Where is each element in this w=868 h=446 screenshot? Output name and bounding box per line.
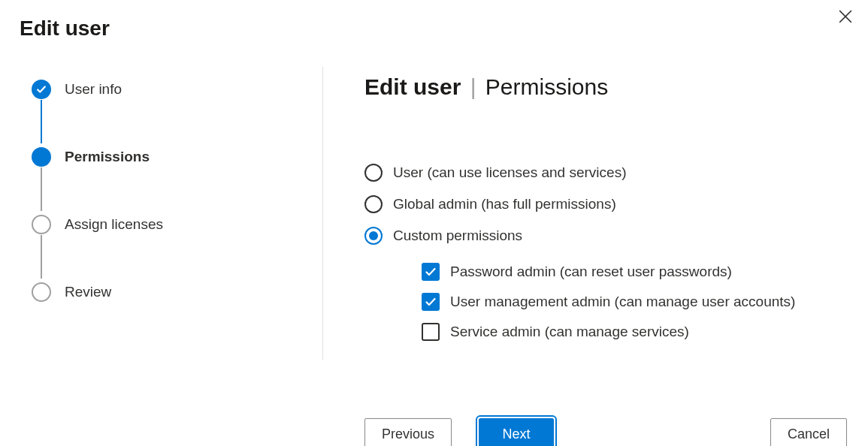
wizard-button-bar: Previous Next Cancel	[364, 418, 847, 446]
close-icon[interactable]	[836, 8, 854, 26]
radio-icon	[364, 227, 383, 245]
checkbox-label: Service admin (can manage services)	[450, 324, 689, 340]
modal-title: Edit user	[0, 0, 868, 41]
radio-option-user[interactable]: User (can use licenses and services)	[364, 164, 868, 182]
checkbox-icon	[422, 263, 440, 281]
step-user-info[interactable]: User info	[32, 77, 322, 101]
page-heading: Edit user | Permissions	[364, 74, 868, 100]
step-label: User info	[65, 81, 122, 98]
cancel-button[interactable]: Cancel	[770, 418, 847, 446]
radio-label: User (can use licenses and services)	[393, 164, 626, 181]
step-connector	[41, 235, 42, 279]
wizard-stepper: User info Permissions Assign licenses Re…	[0, 67, 323, 360]
page-heading-suffix: Permissions	[485, 74, 608, 99]
checkbox-service-admin[interactable]: Service admin (can manage services)	[422, 323, 868, 341]
step-connector	[41, 167, 42, 211]
radio-label: Custom permissions	[393, 228, 522, 244]
radio-icon	[364, 164, 383, 182]
step-indicator-upcoming	[32, 282, 51, 302]
next-button[interactable]: Next	[479, 418, 554, 446]
step-review[interactable]: Review	[32, 280, 322, 304]
previous-button[interactable]: Previous	[364, 418, 452, 446]
checkbox-icon	[422, 323, 440, 341]
step-indicator-current	[32, 147, 51, 167]
checkbox-label: Password admin (can reset user passwords…	[450, 264, 732, 280]
radio-label: Global admin (has full permissions)	[393, 196, 616, 212]
step-indicator-completed	[32, 80, 51, 99]
page-heading-prefix: Edit user	[364, 74, 461, 99]
radio-option-custom[interactable]: Custom permissions	[364, 227, 868, 245]
step-label: Permissions	[65, 149, 150, 165]
checkbox-label: User management admin (can manage user a…	[450, 294, 795, 310]
main-pane: Edit user | Permissions User (can use li…	[323, 67, 868, 420]
permission-radio-group: User (can use licenses and services) Glo…	[364, 164, 868, 341]
radio-option-global-admin[interactable]: Global admin (has full permissions)	[364, 195, 868, 213]
step-permissions[interactable]: Permissions	[32, 145, 322, 169]
step-label: Review	[65, 284, 111, 300]
step-indicator-upcoming	[32, 215, 51, 234]
step-label: Assign licenses	[65, 216, 163, 233]
checkbox-icon	[422, 293, 440, 311]
step-connector	[41, 100, 42, 143]
step-assign-licenses[interactable]: Assign licenses	[32, 212, 322, 237]
checkbox-user-management-admin[interactable]: User management admin (can manage user a…	[422, 293, 868, 311]
checkbox-password-admin[interactable]: Password admin (can reset user passwords…	[422, 263, 868, 281]
custom-permissions-group: Password admin (can reset user passwords…	[422, 263, 868, 341]
radio-icon	[364, 195, 383, 213]
